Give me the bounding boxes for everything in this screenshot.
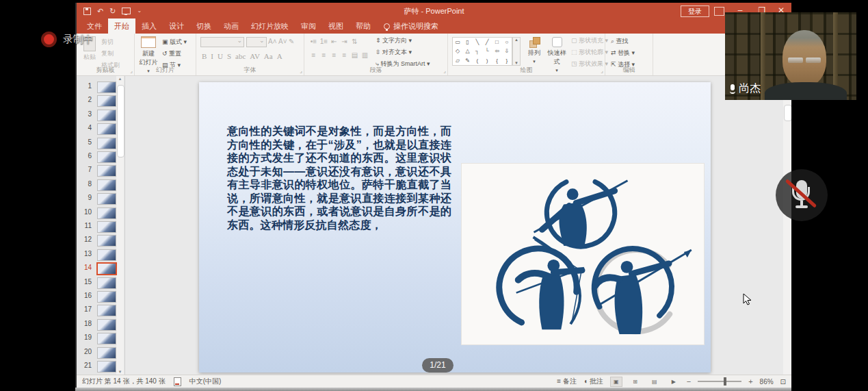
shape-cell-11[interactable]: ⇩ xyxy=(502,47,512,55)
shape-outline-button[interactable]: ⬚ 形状轮廓 ▾ xyxy=(571,48,608,57)
slide-thumbnail-10[interactable]: 10 xyxy=(77,206,124,220)
shape-cell-15[interactable]: ) xyxy=(482,56,492,65)
tab-4[interactable]: 切换 xyxy=(190,18,218,34)
font-name-combobox[interactable] xyxy=(200,37,244,47)
bullet-button-3[interactable]: ⇥ xyxy=(339,38,350,45)
gallery-more-icon[interactable]: ▼ xyxy=(514,61,518,65)
font-style-button-2[interactable]: U xyxy=(218,52,223,60)
spellcheck-icon[interactable] xyxy=(174,377,181,386)
thumbnail-preview[interactable] xyxy=(97,81,116,93)
slide-body-text[interactable]: 意向性的关键词不是对象性，而是方向性，而方向性的关键，在于“涉及”，也就是以直接… xyxy=(227,125,451,231)
tab-1[interactable]: 开始 xyxy=(108,18,135,34)
slide-thumbnail-16[interactable]: 16 xyxy=(77,290,124,303)
copy-button[interactable]: 复制 xyxy=(101,49,120,58)
shape-cell-5[interactable]: ○ xyxy=(502,38,512,47)
thumbnail-preview[interactable] xyxy=(97,333,116,344)
shape-cell-7[interactable]: △ xyxy=(462,47,472,55)
slide-pane-scrollbar-thumb[interactable] xyxy=(784,105,791,121)
notes-toggle[interactable]: ≡ 备注 xyxy=(557,377,577,386)
font-style-button-6[interactable]: Aa xyxy=(264,52,273,60)
slide-thumbnail-1[interactable]: 1 xyxy=(77,80,124,94)
slide-thumbnail-14[interactable]: 14 xyxy=(77,262,124,275)
tab-7[interactable]: 审阅 xyxy=(295,18,322,34)
shape-cell-1[interactable]: ▯ xyxy=(462,38,472,47)
slide-thumbnail-4[interactable]: 4 xyxy=(77,122,124,136)
align-text-button[interactable]: ⇳ 对齐文本 ▾ xyxy=(376,48,430,57)
slide-thumbnail-5[interactable]: 5 xyxy=(77,136,124,150)
slideshow-view-button[interactable]: ▶ xyxy=(668,377,680,387)
font-dialog-launcher-icon[interactable]: ⌟ xyxy=(300,68,302,74)
shape-cell-14[interactable]: ( xyxy=(473,56,482,65)
slide-thumbnail-7[interactable]: 7 xyxy=(77,164,124,177)
bullet-button-4[interactable]: ⇅ xyxy=(350,38,360,45)
arrange-button[interactable]: 排列▾ xyxy=(525,37,544,64)
slide-thumbnail-15[interactable]: 15 xyxy=(77,276,124,290)
slide-sorter-view-button[interactable]: ⊞ xyxy=(629,377,642,387)
font-style-button-0[interactable]: B xyxy=(202,52,207,60)
grow-font-icon[interactable]: A˄ xyxy=(268,38,277,45)
thumbnail-preview[interactable] xyxy=(97,138,116,149)
align-button-5[interactable]: ▥ xyxy=(360,51,370,59)
tab-2[interactable]: 插入 xyxy=(135,18,163,34)
shrink-font-icon[interactable]: A˅ xyxy=(278,38,287,45)
shape-cell-12[interactable]: ▱ xyxy=(453,56,462,65)
language-indicator[interactable]: 中文(中国) xyxy=(189,377,222,386)
font-style-button-5[interactable]: AV xyxy=(250,52,259,60)
normal-view-button[interactable]: ▣ xyxy=(610,377,622,387)
bullet-button-1[interactable]: 1≡ xyxy=(319,38,329,45)
slide-thumbnail-18[interactable]: 18 xyxy=(77,318,124,331)
slide-thumbnail-2[interactable]: 2 xyxy=(77,94,124,108)
slide-thumbnail-12[interactable]: 12 xyxy=(77,234,124,247)
shape-cell-6[interactable]: ◇ xyxy=(453,47,462,55)
thumbnail-preview[interactable] xyxy=(97,193,116,205)
thumbnail-preview[interactable] xyxy=(97,319,116,331)
archers-image[interactable] xyxy=(461,163,705,345)
thumbnail-preview[interactable] xyxy=(97,235,116,247)
shape-cell-13[interactable]: ✎ xyxy=(462,56,472,65)
ribbon-display-options-icon[interactable] xyxy=(714,7,724,16)
clipboard-dialog-launcher-icon[interactable]: ⌟ xyxy=(130,68,133,74)
align-button-1[interactable]: ≡ xyxy=(319,51,329,59)
layout-button[interactable]: ▣ 版式 ▾ xyxy=(162,38,187,47)
reset-button[interactable]: ↺ 重置 xyxy=(162,49,187,58)
zoom-slider[interactable] xyxy=(698,381,741,382)
mute-microphone-button[interactable] xyxy=(776,169,828,221)
gallery-up-icon[interactable]: ▲ xyxy=(514,38,518,42)
shape-cell-9[interactable]: └ xyxy=(482,47,492,55)
paragraph-dialog-launcher-icon[interactable]: ⌟ xyxy=(443,68,446,74)
align-button-2[interactable]: ≡ xyxy=(329,51,339,59)
tab-5[interactable]: 动画 xyxy=(218,18,245,34)
shape-cell-17[interactable]: } xyxy=(502,56,512,65)
shape-cell-16[interactable]: { xyxy=(492,56,501,65)
thumbnail-preview[interactable] xyxy=(97,110,116,121)
slide-thumbnail-21[interactable]: 21 xyxy=(77,360,124,373)
thumbnail-preview[interactable] xyxy=(97,151,116,163)
zoom-percent[interactable]: 86% xyxy=(760,378,774,386)
bullet-button-0[interactable]: •≡ xyxy=(308,38,319,45)
slide-thumbnail-8[interactable]: 8 xyxy=(77,178,124,192)
zoom-out-button[interactable]: − xyxy=(687,377,691,386)
slide-thumbnail-6[interactable]: 6 xyxy=(77,150,124,164)
shapes-gallery-scrollbar[interactable]: ▲ ▼ xyxy=(512,37,521,66)
zoom-slider-thumb[interactable] xyxy=(724,377,726,386)
thumbnail-preview[interactable] xyxy=(96,262,117,275)
shape-cell-8[interactable]: ┐ xyxy=(473,47,482,55)
align-button-3[interactable]: ≡ xyxy=(339,51,350,59)
thumbnail-preview[interactable] xyxy=(97,305,116,316)
font-style-button-7[interactable]: A xyxy=(277,52,282,60)
thumbnail-preview[interactable] xyxy=(97,291,116,303)
thumbnail-preview[interactable] xyxy=(97,95,116,107)
thumbnail-preview[interactable] xyxy=(97,361,116,373)
shape-cell-10[interactable]: ⇦ xyxy=(492,47,501,55)
zoom-in-button[interactable]: + xyxy=(748,377,752,386)
tell-me-search[interactable]: 操作说明搜索 xyxy=(384,21,438,34)
shape-cell-2[interactable]: ╲ xyxy=(473,38,482,47)
drawing-dialog-launcher-icon[interactable]: ⌟ xyxy=(601,68,603,74)
tab-9[interactable]: 帮助 xyxy=(350,18,377,34)
font-style-button-3[interactable]: S xyxy=(227,52,231,60)
font-size-combobox[interactable] xyxy=(246,37,267,47)
slide-thumbnail-19[interactable]: 19 xyxy=(77,331,124,345)
shape-fill-button[interactable]: ▢ 形状填充 ▾ xyxy=(571,36,608,45)
slide-thumbnail-11[interactable]: 11 xyxy=(77,220,124,234)
bullet-button-2[interactable]: ⇤ xyxy=(329,38,339,45)
